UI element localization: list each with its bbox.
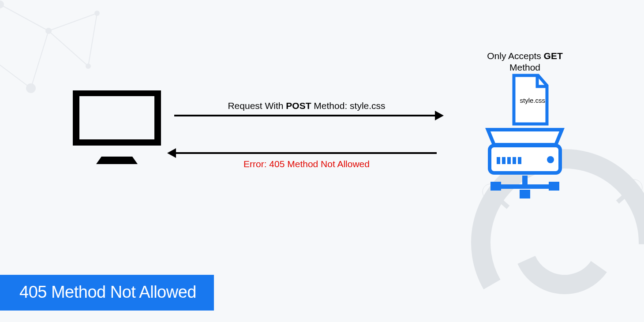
server-caption: Only Accepts GET Method bbox=[476, 50, 573, 73]
svg-rect-24 bbox=[502, 157, 505, 164]
title-bar: 405 Method Not Allowed bbox=[0, 275, 214, 311]
svg-rect-23 bbox=[497, 157, 500, 164]
error-label: Error: 405 Method Not Allowed bbox=[174, 159, 439, 169]
svg-rect-32 bbox=[520, 190, 530, 198]
svg-line-5 bbox=[0, 62, 31, 88]
svg-rect-29 bbox=[522, 176, 528, 184]
svg-rect-20 bbox=[79, 96, 154, 139]
request-arrow-head bbox=[435, 111, 444, 120]
svg-point-7 bbox=[0, 0, 4, 8]
server-caption-suffix: Method bbox=[509, 62, 540, 72]
file-name-label: style.css bbox=[520, 97, 545, 104]
svg-rect-25 bbox=[507, 157, 511, 164]
request-suffix: Method: style.css bbox=[311, 101, 386, 111]
svg-rect-27 bbox=[518, 157, 521, 164]
monitor-icon bbox=[71, 88, 163, 176]
svg-marker-21 bbox=[96, 157, 138, 164]
request-label: Request With POST Method: style.css bbox=[174, 101, 439, 111]
server-caption-prefix: Only Accepts bbox=[487, 51, 543, 61]
server-icon bbox=[481, 124, 569, 203]
response-arrow-head bbox=[167, 148, 176, 158]
request-bold: POST bbox=[286, 101, 311, 111]
server-caption-bold: GET bbox=[544, 51, 563, 61]
svg-rect-33 bbox=[549, 182, 559, 191]
svg-point-9 bbox=[94, 11, 100, 16]
svg-line-1 bbox=[31, 31, 49, 88]
svg-line-0 bbox=[0, 4, 49, 31]
response-arrow bbox=[174, 152, 437, 154]
svg-point-8 bbox=[45, 28, 52, 34]
diagram: Request With POST Method: style.css Erro… bbox=[62, 53, 556, 221]
svg-point-11 bbox=[26, 83, 36, 93]
request-arrow bbox=[174, 115, 437, 116]
svg-point-28 bbox=[547, 156, 554, 163]
svg-rect-26 bbox=[513, 157, 516, 164]
request-prefix: Request With bbox=[228, 101, 286, 111]
svg-rect-30 bbox=[499, 184, 550, 189]
svg-line-2 bbox=[49, 13, 97, 31]
svg-rect-31 bbox=[490, 182, 501, 191]
